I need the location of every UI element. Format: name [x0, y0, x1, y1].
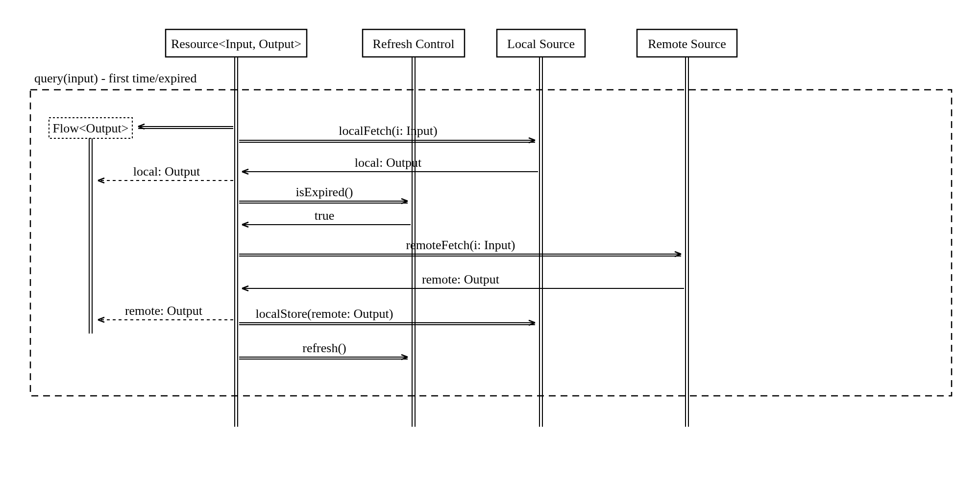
svg-text:remote: Output: remote: Output	[422, 272, 500, 286]
lifeline-resource	[235, 57, 238, 427]
svg-text:remote: Output: remote: Output	[125, 304, 203, 318]
msg-refresh: refresh()	[239, 341, 408, 359]
svg-text:Resource<Input, Output>: Resource<Input, Output>	[171, 37, 301, 51]
svg-text:local: Output: local: Output	[133, 164, 200, 179]
svg-text:Refresh Control: Refresh Control	[373, 37, 455, 51]
msg-is-expired: isExpired()	[239, 185, 408, 203]
participant-resource: Resource<Input, Output>	[166, 29, 307, 57]
msg-local-store: localStore(remote: Output)	[239, 307, 535, 325]
svg-text:Local Source: Local Source	[507, 37, 575, 51]
svg-text:Remote Source: Remote Source	[648, 37, 726, 51]
msg-remote-output: remote: Output	[242, 272, 684, 288]
participant-remote: Remote Source	[637, 29, 737, 57]
msg-local-output: local: Output	[242, 155, 538, 172]
lifeline-local	[539, 57, 542, 427]
note-flow-output: Flow<Output>	[49, 118, 132, 138]
svg-text:true: true	[315, 208, 334, 223]
svg-text:localFetch(i: Input): localFetch(i: Input)	[339, 124, 437, 138]
lifeline-remote	[686, 57, 688, 427]
svg-text:isExpired(): isExpired()	[296, 185, 353, 199]
msg-emit-remote: remote: Output	[98, 304, 233, 320]
msg-emit-local: local: Output	[98, 164, 233, 181]
participant-refresh: Refresh Control	[363, 29, 465, 57]
svg-text:Flow<Output>: Flow<Output>	[52, 121, 128, 135]
svg-text:remoteFetch(i: Input): remoteFetch(i: Input)	[406, 238, 515, 252]
msg-local-fetch: localFetch(i: Input)	[239, 124, 535, 142]
frame-label: query(input) - first time/expired	[34, 71, 196, 85]
msg-true: true	[242, 208, 411, 225]
msg-remote-fetch: remoteFetch(i: Input)	[239, 238, 681, 256]
svg-text:refresh(): refresh()	[302, 341, 346, 355]
svg-text:local: Output: local: Output	[355, 155, 422, 170]
participant-local: Local Source	[497, 29, 585, 57]
svg-text:localStore(remote: Output): localStore(remote: Output)	[256, 307, 393, 321]
msg-return-flow	[138, 127, 233, 129]
lifeline-flow	[89, 138, 92, 334]
